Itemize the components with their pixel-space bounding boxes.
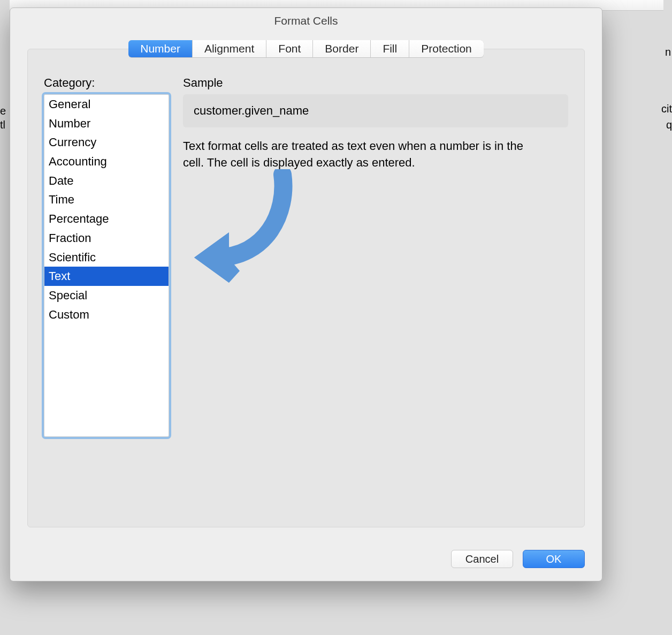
sample-label: Sample: [183, 76, 568, 90]
tab-bar: NumberAlignmentFontBorderFillProtection: [10, 40, 602, 57]
category-item-accounting[interactable]: Accounting: [44, 152, 169, 171]
annotation-arrow-icon: [186, 169, 309, 292]
category-item-currency[interactable]: Currency: [44, 133, 169, 152]
dialog-title: Format Cells: [10, 8, 602, 35]
tab-alignment[interactable]: Alignment: [193, 40, 266, 57]
tab-protection[interactable]: Protection: [409, 40, 484, 57]
category-listbox[interactable]: GeneralNumberCurrencyAccountingDateTimeP…: [44, 94, 169, 437]
tab-font[interactable]: Font: [266, 40, 313, 57]
ok-button[interactable]: OK: [523, 550, 585, 568]
category-item-special[interactable]: Special: [44, 286, 169, 305]
tab-border[interactable]: Border: [313, 40, 371, 57]
tab-number[interactable]: Number: [128, 40, 193, 57]
background-text-fragment: cit: [661, 103, 672, 115]
number-tab-panel: Category: GeneralNumberCurrencyAccountin…: [27, 49, 585, 527]
category-item-fraction[interactable]: Fraction: [44, 229, 169, 248]
format-cells-dialog: Format Cells NumberAlignmentFontBorderFi…: [10, 7, 602, 581]
sample-value-box: customer.given_name: [183, 94, 568, 127]
dialog-button-row: Cancel OK: [451, 550, 585, 568]
category-item-number[interactable]: Number: [44, 114, 169, 133]
category-item-time[interactable]: Time: [44, 190, 169, 209]
tab-fill[interactable]: Fill: [371, 40, 409, 57]
format-description-text: Text format cells are treated as text ev…: [183, 138, 547, 171]
category-item-general[interactable]: General: [44, 95, 169, 114]
background-text-fragment: n: [665, 46, 672, 58]
category-item-custom[interactable]: Custom: [44, 305, 169, 324]
cancel-button[interactable]: Cancel: [451, 550, 513, 568]
background-text-fragment: e: [0, 105, 6, 117]
category-item-scientific[interactable]: Scientific: [44, 248, 169, 267]
background-text-fragment: tl: [0, 119, 5, 131]
background-text-fragment: q: [666, 119, 672, 131]
category-item-percentage[interactable]: Percentage: [44, 209, 169, 229]
category-item-text[interactable]: Text: [44, 267, 169, 286]
category-label: Category:: [44, 76, 169, 90]
category-item-date[interactable]: Date: [44, 171, 169, 191]
